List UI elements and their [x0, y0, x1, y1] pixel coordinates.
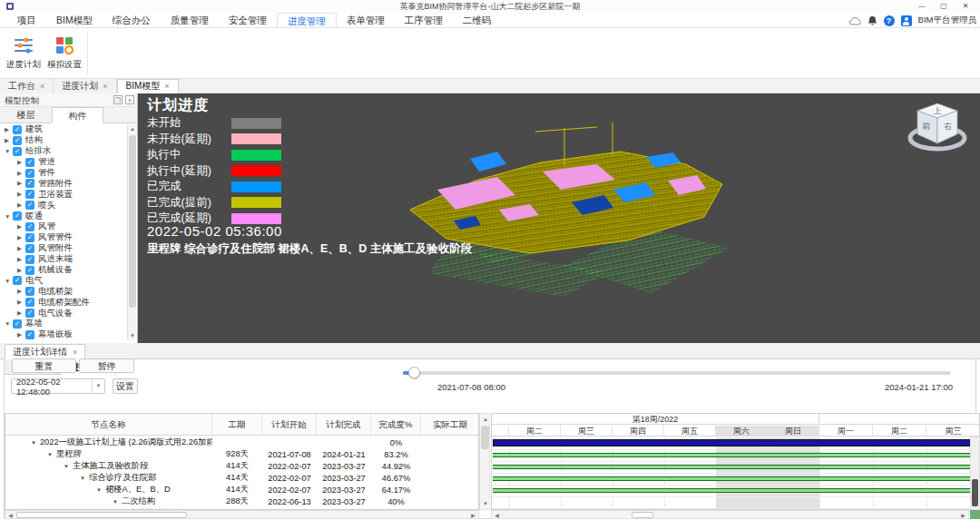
- navigation-cube[interactable]: 上 前 右: [900, 98, 975, 158]
- chevron-right-icon[interactable]: ▶: [17, 191, 25, 198]
- menubar-item[interactable]: 项目: [7, 13, 46, 27]
- tree-item[interactable]: ▶✓电缆桥架配件: [0, 297, 127, 308]
- gantt-task-bar[interactable]: [493, 476, 978, 481]
- scrollbar-thumb[interactable]: [129, 135, 136, 308]
- time-slider-handle[interactable]: [408, 367, 420, 378]
- tree-item[interactable]: ▶✓电气设备: [0, 308, 127, 319]
- user-name[interactable]: BIM平台管理员: [918, 15, 976, 26]
- tree-item[interactable]: ▶✓风道末端: [0, 254, 127, 265]
- chevron-right-icon[interactable]: ▶: [17, 309, 25, 317]
- tree-item[interactable]: ▼✓幕墙: [0, 319, 127, 329]
- checkbox[interactable]: ✓: [13, 147, 22, 156]
- current-time-dropdown[interactable]: 2022-05-02 12:48:00 ▼: [11, 378, 105, 394]
- tree-item[interactable]: ▶✓喷头: [0, 200, 127, 211]
- tree-item[interactable]: ▼✓电气: [0, 275, 127, 286]
- tree-item[interactable]: ▶✓管路附件: [0, 178, 127, 189]
- gantt-vscrollbar[interactable]: [970, 437, 980, 510]
- tree-item[interactable]: ▶✓管件: [0, 168, 127, 179]
- gantt-summary-bar[interactable]: [493, 439, 978, 446]
- checkbox[interactable]: ✓: [25, 298, 34, 307]
- chevron-down-icon[interactable]: ▼: [31, 440, 36, 446]
- table-row[interactable]: ▼里程牌928天2021-07-082024-01-2183.2%: [5, 448, 478, 460]
- scroll-right-icon[interactable]: ▶: [958, 511, 968, 520]
- chevron-right-icon[interactable]: ▶: [5, 137, 13, 144]
- checkbox[interactable]: ✓: [25, 201, 34, 210]
- table-row[interactable]: ▼综合诊疗及住院部414天2022-02-072023-03-2746.67%: [5, 472, 478, 484]
- menubar-item[interactable]: 工序管理: [395, 13, 453, 27]
- model-panel-tab[interactable]: 楼层: [0, 107, 52, 123]
- reset-button[interactable]: 重置: [12, 358, 76, 373]
- chevron-right-icon[interactable]: ▶: [17, 299, 25, 306]
- detail-tab[interactable]: 进度计划详情 ×: [5, 344, 85, 359]
- menubar-item[interactable]: 质量管理: [161, 13, 219, 27]
- chevron-right-icon[interactable]: ▶: [5, 126, 13, 133]
- tree-item[interactable]: ▶✓风管管件: [0, 232, 127, 243]
- menubar-item[interactable]: 进度管理: [277, 13, 337, 27]
- checkbox[interactable]: ✓: [13, 319, 22, 329]
- tree-item[interactable]: ▶✓机械设备: [0, 265, 127, 276]
- restore-panel-icon[interactable]: ❐: [113, 95, 122, 104]
- menubar-item[interactable]: 表单管理: [337, 13, 395, 27]
- tree-item[interactable]: ▼✓暖通: [0, 211, 127, 221]
- table-row[interactable]: ▼裙楼A、E、B、D414天2022-02-072023-03-2764.17%: [5, 484, 478, 495]
- chevron-right-icon[interactable]: ▶: [17, 201, 25, 209]
- tree-item[interactable]: ▶✓幕墙嵌板: [0, 329, 127, 340]
- tree-item[interactable]: ▼✓给排水: [0, 146, 127, 157]
- checkbox[interactable]: ✓: [25, 287, 34, 296]
- simulation-settings-button[interactable]: 模拟设置: [45, 32, 83, 75]
- cloud-icon[interactable]: [848, 16, 861, 25]
- settings-button[interactable]: 设置: [113, 378, 138, 394]
- close-icon[interactable]: ×: [103, 82, 107, 91]
- checkbox[interactable]: ✓: [13, 125, 22, 134]
- chevron-right-icon[interactable]: ▶: [17, 245, 25, 252]
- checkbox[interactable]: ✓: [13, 211, 22, 221]
- tree-item[interactable]: ▶✓风管: [0, 221, 127, 232]
- checkbox[interactable]: ✓: [25, 179, 34, 188]
- workspace-tab[interactable]: 进度计划×: [54, 79, 116, 93]
- chevron-right-icon[interactable]: ▶: [17, 288, 25, 295]
- chevron-down-icon[interactable]: ▼: [47, 452, 53, 457]
- tree-item[interactable]: ▶✓建筑: [0, 124, 127, 135]
- chevron-right-icon[interactable]: ▶: [17, 267, 25, 274]
- close-icon[interactable]: ✕: [955, 0, 976, 12]
- close-icon[interactable]: ×: [73, 348, 77, 357]
- close-icon[interactable]: ×: [164, 82, 169, 91]
- scrollbar-thumb[interactable]: [632, 512, 653, 518]
- avatar[interactable]: [901, 15, 912, 26]
- bell-icon[interactable]: [867, 15, 877, 26]
- scroll-right-icon[interactable]: ▶: [468, 511, 478, 520]
- checkbox[interactable]: ✓: [25, 244, 34, 253]
- 3d-viewport[interactable]: 计划进度 未开始未开始(延期)执行中执行中(延期)已完成已完成(提前)已完成(延…: [138, 93, 980, 343]
- pause-button[interactable]: 暂停: [79, 358, 134, 373]
- table-row[interactable]: ▼二次结构288天2022-06-132023-03-2740%: [5, 495, 478, 507]
- checkbox[interactable]: ✓: [25, 233, 34, 242]
- chevron-down-icon[interactable]: ▼: [80, 476, 85, 481]
- checkbox[interactable]: ✓: [13, 276, 22, 285]
- tree-item[interactable]: ▶✓管道: [0, 157, 127, 168]
- table-row[interactable]: ▼2022一级施工计划上墙 (2.26调版式用2.26加前期)0%: [5, 437, 478, 448]
- gantt-task-bar[interactable]: [493, 465, 978, 469]
- minimize-icon[interactable]: —: [911, 0, 933, 12]
- scrollbar-thumb[interactable]: [481, 426, 489, 449]
- scroll-down-icon[interactable]: ▼: [481, 499, 490, 508]
- menubar-item[interactable]: BIM模型: [46, 13, 103, 27]
- workspace-tab[interactable]: 工作台×: [0, 79, 54, 93]
- table-vscrollbar[interactable]: ▲ ▼: [479, 413, 490, 510]
- schedule-plan-button[interactable]: 进度计划: [5, 32, 43, 75]
- chevron-right-icon[interactable]: ▶: [17, 180, 25, 187]
- checkbox[interactable]: ✓: [25, 266, 34, 275]
- gantt-task-bar[interactable]: [493, 453, 978, 457]
- checkbox[interactable]: ✓: [25, 222, 34, 231]
- gantt-task-bar[interactable]: [493, 488, 978, 493]
- tree-item[interactable]: ▶✓结构: [0, 135, 127, 146]
- menubar-item[interactable]: 安全管理: [219, 13, 277, 27]
- scrollbar-thumb[interactable]: [16, 512, 187, 518]
- chevron-down-icon[interactable]: ▼: [64, 464, 69, 469]
- checkbox[interactable]: ✓: [25, 169, 34, 178]
- chevron-down-icon[interactable]: ▼: [5, 213, 13, 220]
- scroll-up-icon[interactable]: ▲: [481, 415, 490, 424]
- close-icon[interactable]: ×: [40, 82, 44, 91]
- scroll-left-icon[interactable]: ◀: [5, 511, 15, 520]
- checkbox[interactable]: ✓: [25, 309, 34, 318]
- chevron-down-icon[interactable]: ▼: [96, 487, 102, 493]
